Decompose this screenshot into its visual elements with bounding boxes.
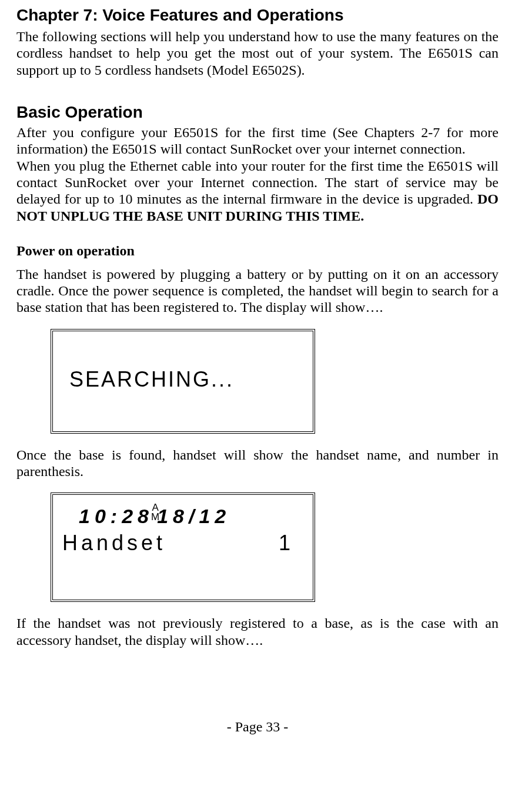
page-footer: - Page 33 - [16, 719, 499, 735]
section-title-basic-operation: Basic Operation [16, 103, 499, 122]
lcd-idle-row2: Handset 1 [61, 528, 305, 555]
chapter-title: Chapter 7: Voice Features and Operations [16, 6, 499, 25]
basic-operation-p1: After you configure your E6501S for the … [16, 124, 499, 158]
intro-paragraph: The following sections will help you und… [16, 28, 499, 78]
lcd-handset-num: 1 [279, 531, 294, 555]
lcd-idle-box: 10:28AM18/12 Handset 1 [51, 492, 315, 602]
lcd-searching-text: SEARCHING... [69, 367, 234, 392]
lcd-date: 18/12 [157, 505, 230, 528]
lcd-searching-box: SEARCHING... [51, 329, 315, 434]
lcd-idle-row1: 10:28AM18/12 [79, 503, 305, 528]
after-searching-text: Once the base is found, handset will sho… [16, 447, 499, 480]
basic-operation-p2-pre: When you plug the Ethernet cable into yo… [16, 158, 499, 207]
basic-operation-p2: When you plug the Ethernet cable into yo… [16, 158, 499, 224]
lcd-handset-label: Handset [62, 531, 166, 555]
after-idle-text: If the handset was not previously regist… [16, 615, 499, 648]
power-on-p1: The handset is powered by plugging a bat… [16, 266, 499, 316]
subsection-title-power-on: Power on operation [16, 243, 499, 259]
lcd-time: 10:28 [79, 505, 153, 528]
